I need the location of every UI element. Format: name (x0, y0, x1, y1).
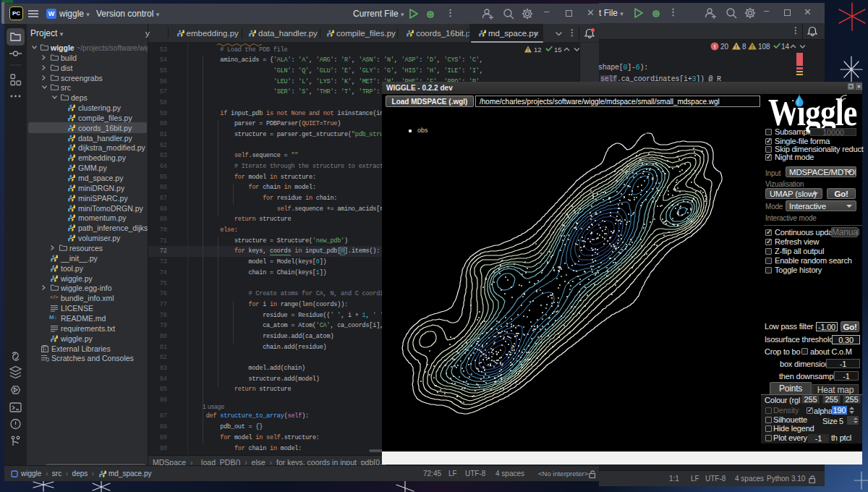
svg-text:12: 12 (534, 46, 542, 54)
svg-text:108: 108 (758, 43, 770, 51)
svg-text:8: 8 (742, 43, 746, 51)
svg-text:!: ! (714, 43, 716, 50)
svg-text:!: ! (752, 44, 753, 49)
svg-text:!: ! (527, 47, 529, 52)
svg-text:15: 15 (554, 46, 562, 54)
svg-text:20: 20 (720, 43, 729, 51)
svg-text:!: ! (736, 44, 737, 49)
svg-text:14: 14 (781, 43, 790, 51)
